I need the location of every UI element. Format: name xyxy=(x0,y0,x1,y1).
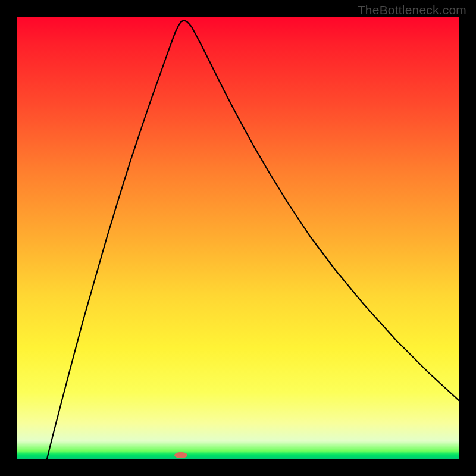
chart-svg xyxy=(17,17,459,459)
chart-plot-area xyxy=(17,17,459,459)
optimal-point-marker xyxy=(174,452,187,458)
bottleneck-curve xyxy=(47,20,459,459)
watermark-text: TheBottleneck.com xyxy=(358,3,466,17)
